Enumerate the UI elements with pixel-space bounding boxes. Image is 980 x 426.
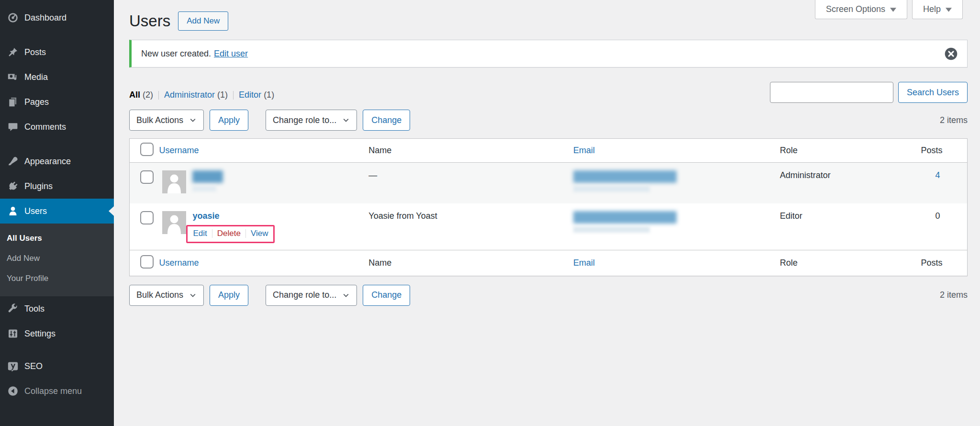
appearance-icon [7, 155, 19, 168]
row-checkbox[interactable] [140, 170, 154, 184]
dismiss-notice-icon[interactable] [945, 47, 958, 60]
sidebar-item-tools[interactable]: Tools [0, 296, 114, 321]
items-count: 2 items [940, 290, 968, 300]
sidebar-item-dashboard[interactable]: Dashboard [0, 5, 114, 30]
sidebar-item-label: Tools [24, 304, 45, 314]
change-role-select-bottom[interactable]: Change role to... [266, 285, 357, 306]
help-button[interactable]: Help [912, 0, 963, 19]
add-new-button[interactable]: Add New [178, 11, 228, 31]
sidebar-item-label: Posts [24, 47, 46, 57]
media-icon [7, 71, 19, 83]
column-footer-username[interactable]: Username [159, 258, 199, 268]
sidebar-item-appearance[interactable]: Appearance [0, 149, 114, 174]
sidebar-item-label: Settings [24, 329, 56, 339]
submenu-item-add-new[interactable]: Add New [0, 248, 114, 269]
bulk-actions-select-bottom[interactable]: Bulk Actions [129, 285, 204, 306]
email-link-blurred[interactable] [573, 211, 677, 224]
column-header-username[interactable]: Username [159, 146, 199, 155]
chevron-down-icon [342, 291, 350, 299]
column-footer-role: Role [775, 250, 916, 276]
search-users-button[interactable]: Search Users [898, 82, 968, 103]
table-footer-row: Username Name Email Role Posts [130, 250, 968, 276]
tablenav-top: Bulk Actions Apply Change role to... Cha… [129, 110, 968, 131]
user-row-administrator: — Administrator 4 [130, 163, 968, 203]
sidebar-item-users[interactable]: Users [0, 199, 114, 224]
user-row-yoasie: yoasie Edit Delete View Yoasie f [130, 203, 968, 250]
column-header-posts: Posts [916, 139, 968, 163]
pin-icon [7, 46, 19, 58]
row-actions-highlight-box: Edit Delete View [186, 225, 275, 243]
filter-administrator[interactable]: Administrator (1) [164, 90, 228, 100]
delete-link[interactable]: Delete [217, 229, 241, 238]
username-link[interactable]: yoasie [192, 211, 219, 221]
select-all-checkbox[interactable] [140, 143, 154, 156]
row-actions-blurred [192, 186, 216, 191]
pages-icon [7, 96, 19, 108]
collapse-menu-icon [7, 385, 19, 397]
sidebar-item-label: Media [24, 72, 48, 82]
search-box: Search Users [770, 82, 968, 103]
sidebar-item-label: Appearance [24, 157, 71, 167]
sidebar-item-seo[interactable]: SEO [0, 354, 114, 379]
sidebar-item-label: Plugins [24, 181, 53, 191]
name-cell: Yoasie from Yoast [364, 203, 569, 250]
sidebar-item-comments[interactable]: Comments [0, 114, 114, 139]
tablenav-bottom: Bulk Actions Apply Change role to... Cha… [129, 285, 968, 306]
change-role-select[interactable]: Change role to... [266, 110, 357, 131]
column-footer-name: Name [364, 250, 569, 276]
change-button[interactable]: Change [363, 110, 410, 131]
filter-editor[interactable]: Editor (1) [239, 90, 274, 100]
apply-button[interactable]: Apply [210, 110, 248, 131]
edit-link[interactable]: Edit [193, 229, 207, 238]
posts-count-link[interactable]: 4 [935, 170, 940, 180]
role-cell: Editor [775, 203, 916, 250]
settings-icon [7, 327, 19, 340]
chevron-down-icon [189, 291, 197, 299]
apply-button-bottom[interactable]: Apply [210, 285, 248, 306]
sidebar-item-label: Dashboard [24, 13, 67, 23]
filter-all[interactable]: All (2) [129, 90, 153, 100]
bulk-actions-select[interactable]: Bulk Actions [129, 110, 204, 131]
email-link-blurred[interactable] [573, 170, 677, 183]
email-blur-line [573, 186, 650, 192]
sidebar-item-media[interactable]: Media [0, 65, 114, 90]
sidebar-item-plugins[interactable]: Plugins [0, 174, 114, 199]
sidebar-item-label: Users [24, 206, 47, 216]
sidebar-item-pages[interactable]: Pages [0, 90, 114, 114]
email-blur-line [573, 226, 650, 233]
avatar [162, 211, 186, 234]
view-link[interactable]: View [251, 229, 268, 238]
chevron-down-icon [946, 4, 952, 14]
submenu-item-all-users[interactable]: All Users [0, 228, 114, 248]
search-users-input[interactable] [770, 82, 893, 103]
edit-user-link[interactable]: Edit user [214, 49, 248, 59]
separator [233, 91, 234, 100]
plugin-icon [7, 180, 19, 192]
chevron-down-icon [890, 4, 896, 14]
column-header-role: Role [775, 139, 916, 163]
table-header-row: Username Name Email Role Posts [130, 139, 968, 163]
role-cell: Administrator [775, 163, 916, 203]
column-header-email[interactable]: Email [573, 146, 595, 155]
chevron-down-icon [342, 116, 350, 124]
sidebar-item-label: Comments [24, 122, 66, 132]
sidebar-item-label: SEO [24, 361, 43, 371]
separator [212, 229, 212, 238]
change-button-bottom[interactable]: Change [363, 285, 410, 306]
sidebar-item-settings[interactable]: Settings [0, 321, 114, 346]
name-cell: — [364, 163, 569, 203]
column-footer-email[interactable]: Email [573, 258, 595, 268]
items-count: 2 items [940, 115, 968, 125]
select-all-checkbox[interactable] [140, 255, 154, 269]
username-link-blurred[interactable] [192, 170, 223, 183]
column-header-name: Name [364, 139, 569, 163]
top-tabs: Screen Options Help [815, 0, 963, 19]
screen-options-button[interactable]: Screen Options [815, 0, 907, 19]
column-footer-posts: Posts [916, 250, 968, 276]
submenu-item-your-profile[interactable]: Your Profile [0, 269, 114, 289]
sidebar-item-collapse-menu[interactable]: Collapse menu [0, 379, 114, 404]
yoast-seo-icon [7, 360, 19, 372]
row-checkbox[interactable] [140, 211, 154, 224]
comment-icon [7, 121, 19, 133]
sidebar-item-posts[interactable]: Posts [0, 40, 114, 65]
